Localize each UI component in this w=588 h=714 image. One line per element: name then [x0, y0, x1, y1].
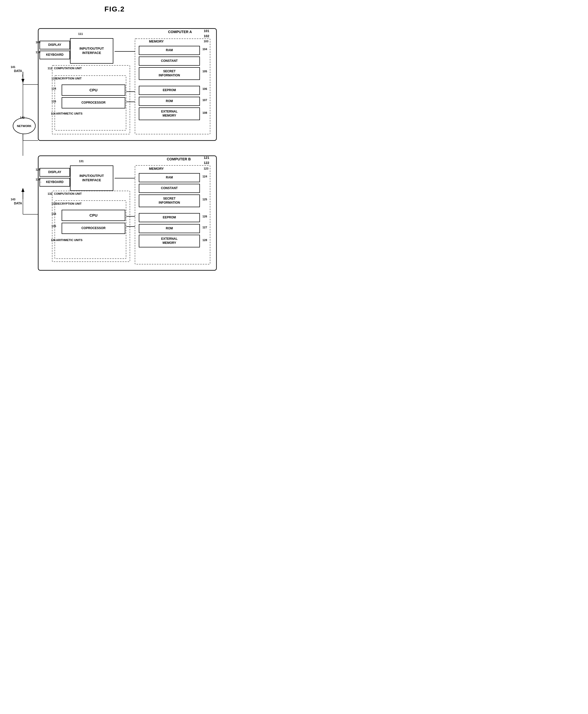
computer-b-label: COMPUTER B [167, 157, 191, 161]
data-a-label: DATA [14, 69, 22, 73]
ext-mem-a-ref: 108 [203, 111, 207, 114]
cpu-b-box: CPU [62, 210, 125, 221]
memory-b-ref: 123 [204, 167, 208, 170]
constant-b-box: CONSTANT [139, 184, 200, 193]
arith-b-ref: 136 [51, 239, 56, 242]
computer-b-ref-122: 122 [204, 161, 209, 165]
eeprom-b-ref: 126 [203, 215, 207, 218]
ext-mem-b-ref: 128 [203, 239, 207, 242]
computer-a-label: COMPUTER A [168, 30, 192, 34]
figure-title: FIG.2 [5, 5, 224, 13]
io-b-box: INPUT/OUTPUTINTERFACE [70, 166, 113, 191]
network-ref: 142 [20, 116, 24, 119]
constant-a-box: CONSTANT [139, 57, 200, 66]
cpu-a-ref: 114 [51, 87, 56, 90]
comp-unit-b-label: COMPUTATION UNIT [54, 192, 82, 195]
display-a-box: DISPLAY [40, 41, 70, 49]
secret-a-box: SECRETINFORMATION [139, 67, 200, 80]
rom-a-box: ROM [139, 97, 200, 106]
io-a-ref: 111 [78, 32, 83, 36]
memory-a-label: MEMORY [149, 40, 164, 43]
secret-b-box: SECRETINFORMATION [139, 194, 200, 207]
copro-b-ref: 135 [51, 224, 56, 228]
copro-a-ref: 115 [51, 100, 56, 103]
computer-a-ref-102: 102 [204, 34, 209, 38]
network-oval: NETWORK [13, 117, 36, 134]
copro-b-box: COPROCESSOR [62, 223, 125, 234]
computer-b-ref-121: 121 [204, 156, 209, 159]
keyboard-a-box: KEYBOARD [40, 51, 70, 59]
decrypt-b-label: DECRYPTION UNIT [56, 202, 82, 205]
display-b-ref: 129 [36, 168, 40, 171]
comp-unit-a-ref: 112 [48, 67, 52, 70]
comp-unit-b-ref: 132 [48, 192, 52, 195]
arith-b-label: ARITHMETIC UNITS [56, 239, 83, 242]
memory-b-label: MEMORY [149, 167, 164, 171]
memory-a-ref: 103 [204, 40, 208, 43]
cpu-b-ref: 134 [51, 212, 56, 215]
ext-mem-b-box: EXTERNALMEMORY [139, 235, 200, 247]
keyboard-a-ref: 110 [36, 51, 40, 54]
io-b-ref: 131 [79, 159, 84, 163]
secret-a-ref: 105 [203, 70, 207, 73]
display-a-ref: 109 [36, 41, 40, 44]
io-a-box: INPUT/OUTPUTINTERFACE [70, 38, 113, 64]
cpu-a-box: CPU [62, 85, 125, 96]
rom-b-ref: 127 [203, 226, 207, 229]
eeprom-b-box: EEPROM [139, 213, 200, 222]
eeprom-a-ref: 106 [203, 87, 207, 90]
comp-unit-a-label: COMPUTATION UNIT [54, 67, 82, 70]
keyboard-b-arrow: ← [39, 180, 42, 184]
encrypt-a-label: ENCRYPTION UNIT [56, 77, 82, 80]
display-b-box: DISPLAY [40, 168, 70, 177]
data-b-label: DATA [14, 201, 22, 205]
secret-b-ref: 125 [203, 198, 207, 201]
ram-a-ref: 104 [203, 48, 207, 51]
data-a-ref: 141 [11, 65, 15, 68]
copro-a-box: COPROCESSOR [62, 97, 125, 108]
arith-a-label: ARITHMETIC UNITS [56, 112, 83, 115]
data-a-arrow: ↓ [22, 73, 23, 77]
ram-b-ref: 124 [203, 175, 207, 178]
ram-a-box: RAM [139, 46, 200, 55]
computer-a-ref-101: 101 [204, 29, 209, 33]
decrypt-b-ref: 133 [51, 202, 56, 205]
ext-mem-a-box: EXTERNALMEMORY [139, 107, 200, 120]
data-b-ref: 143 [11, 198, 15, 201]
keyboard-b-box: KEYBOARD [40, 178, 70, 187]
eeprom-a-box: EEPROM [139, 86, 200, 95]
rom-a-ref: 107 [203, 99, 207, 102]
diagram-container: 101 102 COMPUTER A 121 122 COMPUTER B DI… [5, 21, 224, 288]
encrypt-a-ref: 113 [51, 77, 56, 80]
ram-b-box: RAM [139, 173, 200, 182]
arith-a-ref: 116 [51, 112, 56, 115]
rom-b-box: ROM [139, 224, 200, 233]
